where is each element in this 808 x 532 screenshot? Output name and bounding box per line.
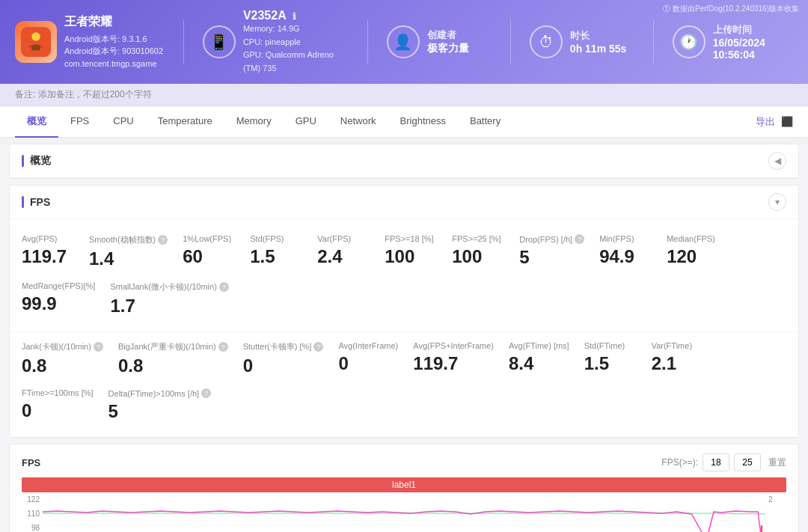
- device-gpu: GPU: Qualcomm Adreno (TM) 735: [243, 49, 349, 75]
- nav-item-fps[interactable]: FPS: [58, 106, 101, 138]
- stat-value: 119.7: [22, 246, 67, 267]
- stat-label: Smooth(稳帧指数) ?: [89, 234, 168, 245]
- fps-title: FPS: [22, 196, 50, 208]
- stat-label: Median(FPS): [667, 234, 715, 243]
- creator-label: 创建者: [427, 28, 469, 42]
- info-icon[interactable]: ?: [218, 342, 228, 352]
- nav-item-gpu[interactable]: GPU: [284, 106, 328, 138]
- stat-value: 1.7: [110, 296, 135, 317]
- stat-value: 1.5: [250, 246, 275, 267]
- nav-item-network[interactable]: Network: [328, 106, 388, 138]
- fps-reset-button[interactable]: 重置: [768, 456, 786, 469]
- stat-value: 119.7: [413, 353, 458, 374]
- svg-rect-2: [31, 45, 40, 50]
- fps-stats-row1: Avg(FPS) 119.7 Smooth(稳帧指数) ? 1.4 1%Low(…: [10, 219, 798, 331]
- stat-value: 5: [108, 401, 118, 422]
- device-info: 📱 V2352A ℹ Memory: 14.9G CPU: pineapple …: [203, 9, 349, 75]
- nav-item-temperature[interactable]: Temperature: [146, 106, 224, 138]
- stat-value: 0.8: [118, 355, 143, 376]
- stat-label: Var(FPS): [317, 234, 351, 243]
- fps-section: FPS ▾ Avg(FPS) 119.7 Smooth(稳帧指数) ? 1.4 …: [9, 185, 799, 438]
- fps-stat-item: Smooth(稳帧指数) ? 1.4: [89, 228, 183, 275]
- export-button[interactable]: 导出 ⬛: [756, 115, 793, 129]
- fps-threshold-input1[interactable]: [703, 453, 729, 471]
- nav-item-memory[interactable]: Memory: [224, 106, 284, 138]
- upload-label: 上传时间: [713, 23, 793, 37]
- stat-value: 8.4: [509, 353, 533, 374]
- stat-label: 1%Low(FPS): [183, 234, 231, 243]
- stat-label: FPS>=25 [%]: [452, 234, 501, 243]
- fps-stat-item: Var(FPS) 2.4: [317, 228, 385, 275]
- notes-bar[interactable]: 备注: 添加备注，不超过200个字符: [0, 84, 808, 106]
- info-icon[interactable]: ?: [575, 234, 584, 244]
- game-title-block: 王者荣耀 Android版本号: 9.3.1.6 Android版本号: 903…: [64, 14, 163, 70]
- stat-value: 60: [183, 246, 203, 267]
- upload-icon: 🕐: [673, 25, 706, 58]
- game-name: 王者荣耀: [64, 14, 163, 30]
- stat-label: Delta(FTime)>100ms [/h] ?: [108, 388, 212, 398]
- fps-stat-item: 1%Low(FPS) 60: [183, 228, 250, 275]
- fps-collapse-button[interactable]: ▾: [768, 193, 786, 211]
- info-icon[interactable]: ?: [201, 388, 211, 398]
- right-y-2: 2: [768, 495, 773, 504]
- stat-value: 0: [243, 355, 253, 376]
- info-icon[interactable]: ?: [219, 282, 229, 292]
- svg-rect-0: [21, 27, 51, 57]
- stat-label: Std(FPS): [250, 234, 284, 243]
- duration-stat: ⏱ 时长 0h 11m 55s: [530, 25, 634, 58]
- stat-label: Avg(FTime) [ms]: [509, 341, 569, 350]
- overview-collapse-button[interactable]: ◀: [768, 152, 786, 170]
- y-axis-98: 98: [31, 524, 40, 532]
- fps-stat-item: Stutter(卡顿率) [%] ? 0: [243, 335, 339, 382]
- game-android-code: Android版本号: 903010602: [64, 45, 163, 58]
- stat-value: 99.9: [22, 293, 57, 314]
- nav-item-cpu[interactable]: CPU: [101, 106, 145, 138]
- stat-label: SmallJank(微小卡顿)(/10min) ?: [110, 281, 228, 293]
- info-icon[interactable]: ?: [313, 342, 323, 352]
- duration-icon: ⏱: [530, 25, 563, 58]
- version-notice: ① 数据由PerfDog(10.2.240316)版本收集: [663, 4, 799, 14]
- fps-stat-item: Std(FPS) 1.5: [250, 228, 317, 275]
- overview-section-header: 概览 ◀: [10, 144, 798, 178]
- y-axis-110: 110: [27, 510, 40, 518]
- nav-item-brightness[interactable]: Brightness: [388, 106, 458, 138]
- fps-stat-item: Drop(FPS) [/h] ? 5: [519, 228, 599, 275]
- stat-value: 0.8: [22, 355, 46, 376]
- fps-stat-item: Var(FTime) 2.1: [652, 335, 719, 382]
- fps-stat-item: Avg(FPS+InterFrame) 119.7: [413, 335, 509, 382]
- fps-stats-row2: Jank(卡顿)(/10min) ? 0.8 BigJank(严重卡顿)(/10…: [10, 331, 798, 437]
- creator-info: 创建者 极客力量: [427, 28, 469, 55]
- overview-section: 概览 ◀: [9, 144, 799, 179]
- stat-label: Jank(卡顿)(/10min) ?: [22, 341, 103, 352]
- info-icon[interactable]: ?: [158, 235, 168, 245]
- stat-label: Avg(InterFrame): [338, 341, 398, 350]
- export-icon: ⬛: [781, 116, 793, 127]
- stat-value: 0: [22, 400, 31, 421]
- stat-label: FPS>=18 [%]: [385, 234, 433, 243]
- divider-3: [510, 19, 511, 64]
- stat-label: Var(FTime): [652, 341, 692, 350]
- fps-stat-item: Delta(FTime)>100ms [/h] ? 5: [108, 382, 227, 428]
- upload-time-stat: 🕐 上传时间 16/05/2024 10:56:04: [673, 23, 793, 61]
- nav-item-battery[interactable]: Battery: [458, 106, 512, 138]
- fps-stat-item: BigJank(严重卡顿)(/10min) ? 0.8: [118, 335, 243, 382]
- svg-point-1: [31, 32, 40, 40]
- stat-label: Avg(FPS): [22, 234, 57, 243]
- stat-label: Drop(FPS) [/h] ?: [519, 234, 584, 244]
- nav-bar: 概览 FPS CPU Temperature Memory GPU Networ…: [0, 106, 808, 138]
- stat-label: MedRange(FPS)[%]: [22, 281, 95, 290]
- fps-threshold-input2[interactable]: [734, 453, 761, 471]
- fps-stat-item: FPS>=25 [%] 100: [452, 228, 519, 275]
- stat-label: Min(FPS): [599, 234, 634, 243]
- fps-stat-item: Avg(InterFrame) 0: [338, 335, 413, 382]
- chart-header: FPS FPS(>=): 重置: [22, 453, 786, 471]
- stat-value: 0: [338, 353, 348, 374]
- device-cpu: CPU: pineapple: [243, 36, 349, 49]
- info-icon[interactable]: ?: [94, 342, 103, 352]
- duration-info: 时长 0h 11m 55s: [570, 29, 627, 55]
- stat-value: 1.5: [584, 353, 609, 374]
- stat-value: 5: [519, 247, 529, 268]
- duration-value: 0h 11m 55s: [570, 43, 627, 55]
- nav-item-overview[interactable]: 概览: [15, 106, 58, 138]
- chart-label-bar: label1: [22, 477, 786, 492]
